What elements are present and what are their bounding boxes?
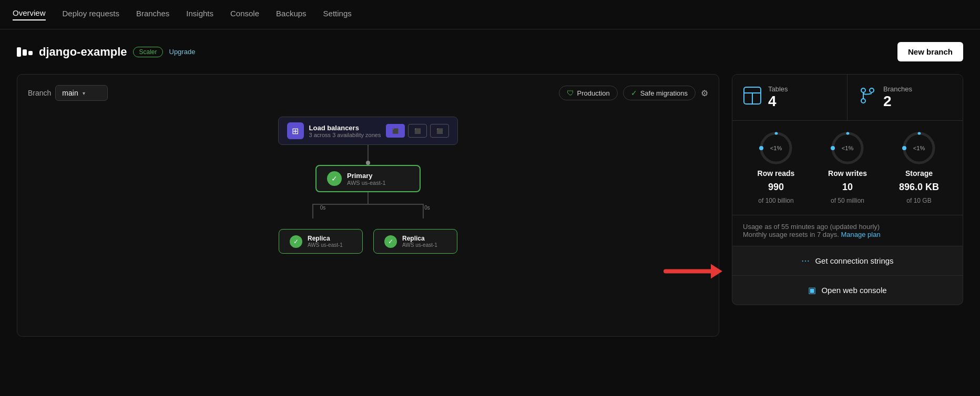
svg-point-5 [861, 99, 865, 103]
connector-lb-primary [368, 145, 369, 161]
branch-bar: Branch main ▾ 🛡 Production ✓ Safe migrat… [28, 85, 708, 101]
load-balancers-box: ⊞ Load balancers 3 across 3 availability… [278, 117, 458, 145]
replica-2-icon: ✓ [384, 235, 397, 248]
lb-buttons: ⬛ ⬛ ⬛ [386, 124, 449, 138]
replicas-row: ✓ Replica AWS us-east-1 ✓ Replica AWS us… [279, 229, 457, 254]
app-title: django-example [39, 45, 127, 59]
latency-label-left: 0s [320, 205, 326, 211]
storage-item: <1% Storage 896.0 KB of 10 GB [886, 131, 952, 204]
tables-value: 4 [768, 93, 788, 110]
branch-status: 🛡 Production ✓ Safe migrations ⚙ [559, 86, 708, 100]
v-connector-top [368, 192, 369, 204]
chevron-down-icon: ▾ [83, 90, 85, 96]
lb-btn-1[interactable]: ⬛ [386, 124, 405, 138]
nav-item-settings[interactable]: Settings [323, 9, 352, 20]
primary-title: Primary [347, 172, 386, 180]
branches-stat-card: Branches 2 [848, 75, 963, 120]
replica-box-2: ✓ Replica AWS us-east-1 [373, 229, 457, 254]
scaler-badge[interactable]: Scaler [133, 47, 162, 57]
load-balancer-icon: ⊞ [287, 122, 304, 139]
nav-item-backups[interactable]: Backups [276, 9, 307, 20]
web-console-icon: ▣ [808, 285, 816, 295]
tables-icon [743, 86, 762, 109]
svg-point-15 [902, 146, 906, 150]
replica-box-1: ✓ Replica AWS us-east-1 [279, 229, 363, 254]
lb-btn-2[interactable]: ⬛ [408, 124, 427, 138]
get-connection-strings-button[interactable]: ⋯ Get connection strings [732, 246, 963, 276]
safe-migrations-check-icon: ✓ [631, 89, 637, 97]
branches-icon [858, 86, 877, 109]
topology-diagram: ⊞ Load balancers 3 across 3 availability… [28, 117, 708, 254]
web-console-label: Open web console [821, 286, 886, 295]
row-writes-gauge: <1% [831, 131, 864, 165]
row-reads-gauge: <1% [759, 131, 793, 165]
row-reads-label: Row reads [758, 169, 795, 178]
lb-btn-3[interactable]: ⬛ [430, 124, 449, 138]
usage-stats: <1% Row reads 990 of 100 billion <1% Row… [732, 121, 963, 215]
new-branch-button[interactable]: New branch [897, 42, 963, 61]
header-left: django-example Scaler Upgrade [17, 45, 195, 59]
storage-of: of 10 GB [906, 197, 931, 204]
upgrade-link[interactable]: Upgrade [169, 48, 196, 56]
row-reads-value: 990 [768, 182, 784, 193]
latency-label-right: 0s [424, 205, 430, 211]
v-connector-right [423, 204, 424, 218]
branch-panel: Branch main ▾ 🛡 Production ✓ Safe migrat… [17, 74, 719, 337]
primary-status-icon: ✓ [327, 171, 342, 186]
branch-selector: Branch main ▾ [28, 85, 108, 101]
nav-item-console[interactable]: Console [230, 9, 259, 20]
connection-strings-label: Get connection strings [815, 256, 893, 265]
row-writes-item: <1% Row writes 10 of 50 million [814, 131, 881, 204]
branches-value: 2 [883, 93, 912, 110]
usage-footer: Usage as of 55 minutes ago (updated hour… [732, 215, 963, 246]
primary-box: ✓ Primary AWS us-east-1 [315, 165, 421, 192]
svg-point-4 [870, 88, 874, 92]
usage-reset-text: Monthly usage resets in 7 days. [743, 231, 839, 238]
lb-title: Load balancers [309, 124, 381, 132]
usage-updated-suffix: (updated hourly) [830, 223, 880, 231]
row-reads-pct: <1% [770, 145, 782, 151]
primary-region: AWS us-east-1 [347, 180, 386, 186]
red-arrow [663, 264, 722, 279]
replica-2-region: AWS us-east-1 [402, 242, 437, 248]
branch-text-label: Branch [28, 89, 51, 97]
branches-label: Branches [883, 85, 912, 93]
branch-dropdown-value: main [62, 89, 78, 97]
right-panel: Tables 4 Branches 2 [732, 74, 963, 337]
action-buttons-area: ⋯ Get connection strings ▣ Open web cons… [732, 246, 963, 305]
safe-migrations-label: Safe migrations [640, 89, 688, 97]
replica-1-icon: ✓ [290, 235, 302, 248]
connector-dot [366, 161, 370, 165]
replica-connector-area: 0s 0s [268, 192, 468, 229]
usage-updated-text: Usage as of 55 minutes ago [743, 223, 828, 231]
nav-item-overview[interactable]: Overview [13, 8, 46, 20]
production-shield-icon: 🛡 [567, 89, 574, 97]
production-pill: 🛡 Production [559, 86, 618, 100]
lb-subtitle: 3 across 3 availability zones [309, 132, 381, 138]
nav-item-deploy-requests[interactable]: Deploy requests [63, 9, 119, 20]
arrow-shaft [663, 269, 711, 274]
row-writes-of: of 50 million [831, 197, 864, 204]
branch-dropdown[interactable]: main ▾ [55, 85, 108, 101]
v-connector-left [312, 204, 313, 218]
nav-item-insights[interactable]: Insights [186, 9, 213, 20]
storage-pct: <1% [913, 145, 925, 151]
main-content: Branch main ▾ 🛡 Production ✓ Safe migrat… [0, 74, 980, 353]
nav-item-branches[interactable]: Branches [136, 9, 169, 20]
h-connector-bar [312, 204, 424, 205]
load-balancer-text: Load balancers 3 across 3 availability z… [309, 124, 381, 138]
nav-bar: Overview Deploy requests Branches Insigh… [0, 0, 980, 29]
gear-icon[interactable]: ⚙ [701, 88, 708, 98]
app-logo-icon [17, 47, 33, 57]
storage-value: 896.0 KB [899, 182, 939, 193]
tables-label: Tables [768, 85, 788, 93]
replica-1-text: Replica AWS us-east-1 [308, 235, 343, 248]
replica-2-title: Replica [402, 235, 437, 242]
manage-plan-link[interactable]: Manage plan [841, 231, 880, 238]
stats-top: Tables 4 Branches 2 [732, 74, 963, 121]
storage-gauge: <1% [902, 131, 936, 165]
row-reads-item: <1% Row reads 990 of 100 billion [743, 131, 809, 204]
open-web-console-button[interactable]: ▣ Open web console [732, 276, 963, 305]
row-writes-pct: <1% [842, 145, 853, 151]
branches-stat-info: Branches 2 [883, 85, 912, 110]
